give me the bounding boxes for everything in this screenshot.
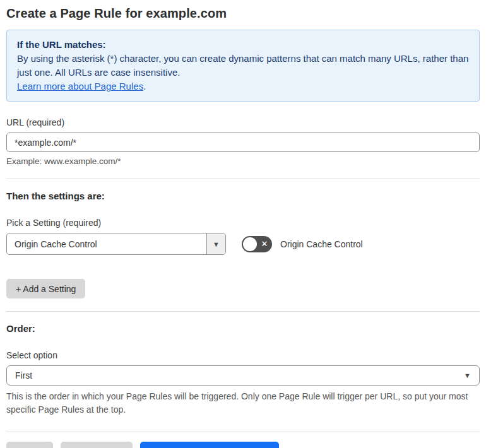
url-match-info-box: If the URL matches: By using the asteris… [6, 30, 480, 102]
save-and-deploy-button[interactable]: Save and Deploy Page Rule [140, 442, 279, 448]
order-section-heading: Order: [6, 323, 480, 334]
divider [6, 432, 480, 432]
cancel-button[interactable]: Cancel [6, 442, 53, 448]
toggle-off-x-icon: ✕ [257, 236, 272, 252]
info-box-body: By using the asterisk (*) character, you… [17, 52, 469, 80]
order-help-text: This is the order in which your Page Rul… [6, 390, 480, 416]
url-field-hint: Example: www.example.com/* [6, 156, 480, 166]
info-box-link-line: Learn more about Page Rules. [17, 80, 469, 93]
settings-section-heading: Then the settings are: [6, 191, 480, 201]
setting-row: Origin Cache Control ▼ ✕ Origin Cache Co… [6, 233, 480, 255]
origin-cache-control-toggle[interactable]: ✕ [242, 236, 272, 252]
dropdown-arrow-icon[interactable]: ▼ [206, 233, 225, 254]
link-suffix: . [143, 81, 146, 91]
divider [6, 179, 480, 179]
setting-picker-value: Origin Cache Control [7, 233, 206, 254]
order-select-label: Select option [6, 350, 480, 360]
add-setting-button[interactable]: + Add a Setting [6, 279, 85, 298]
url-field-label: URL (required) [6, 117, 480, 127]
divider [6, 311, 480, 312]
save-as-draft-button[interactable]: Save as Draft [61, 442, 133, 448]
setting-picker-label: Pick a Setting (required) [6, 218, 480, 228]
order-select-value: First [15, 370, 464, 380]
url-input[interactable] [6, 133, 480, 152]
learn-more-link[interactable]: Learn more about Page Rules [17, 81, 143, 91]
chevron-down-icon: ▼ [464, 372, 471, 379]
footer-actions: Cancel Save as Draft Save and Deploy Pag… [6, 442, 480, 448]
page-rule-form: Create a Page Rule for example.com If th… [0, 0, 486, 448]
page-title: Create a Page Rule for example.com [6, 5, 480, 21]
info-box-heading: If the URL matches: [17, 38, 469, 52]
setting-picker-dropdown[interactable]: Origin Cache Control ▼ [6, 233, 226, 255]
toggle-label: Origin Cache Control [280, 239, 363, 249]
order-select[interactable]: First ▼ [6, 365, 480, 386]
toggle-knob [243, 237, 257, 251]
